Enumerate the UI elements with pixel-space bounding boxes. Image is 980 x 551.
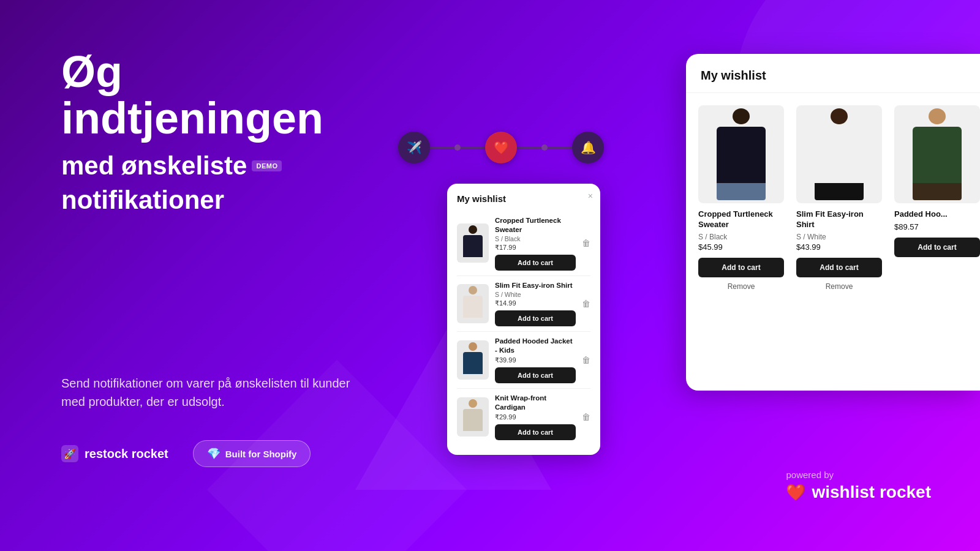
steps-row: ✈️ ❤️ 🔔	[398, 132, 604, 163]
widget-item-4: Knit Wrap-front Cardigan ₹29.99 Add to c…	[457, 389, 590, 445]
heart-brand-icon: ❤️	[786, 483, 805, 502]
widget-thumb-1	[457, 223, 489, 263]
widget-thumb-3	[457, 340, 489, 380]
widget-item-info-3: Padded Hooded Jacket - Kids ₹39.99 Add t…	[495, 337, 576, 383]
widget-item-2: Slim Fit Easy-iron Shirt S / White ₹14.9…	[457, 276, 590, 332]
step-send-icon: ✈️	[398, 132, 430, 163]
powered-by-section: powered by ❤️ wishlist rocket	[786, 470, 931, 502]
panel-title: My wishlist	[701, 69, 965, 83]
panel-product-name-1: Cropped Turtleneck Sweater	[698, 209, 784, 230]
widget-delete-4[interactable]: 🗑	[582, 412, 590, 422]
wishlist-rocket-name: wishlist rocket	[812, 482, 931, 502]
panel-person-2	[809, 108, 870, 200]
left-section: Øg indtjeningen med ønskeliste DEMO noti…	[61, 49, 404, 467]
panel-person-1	[710, 108, 772, 200]
panel-product-3: Padded Hoo... $89.57 Add to cart	[894, 105, 980, 291]
step-line-2	[517, 147, 572, 149]
panel-product-variant-1: S / Black	[698, 233, 784, 241]
step-line-1	[430, 147, 485, 149]
widget-add-btn-4[interactable]: Add to cart	[495, 424, 576, 440]
shopify-btn-label: Built for Shopify	[225, 449, 297, 459]
panel-products: Cropped Turtleneck Sweater S / Black $45…	[686, 93, 980, 291]
wishlist-panel: My wishlist Cropped Turtleneck Sweater S…	[686, 54, 980, 391]
step-heart-icon: ❤️	[485, 132, 517, 163]
panel-product-name-3: Padded Hoo...	[894, 209, 980, 220]
panel-product-1: Cropped Turtleneck Sweater S / Black $45…	[698, 105, 784, 291]
panel-header: My wishlist	[686, 54, 980, 93]
widget-add-btn-2[interactable]: Add to cart	[495, 310, 576, 326]
widget-item-variant-2: S / White	[495, 291, 576, 298]
demo-badge: DEMO	[252, 160, 282, 171]
widget-delete-3[interactable]: 🗑	[582, 355, 590, 365]
widget-thumb-2	[457, 284, 489, 323]
wishlist-widget: My wishlist × Cropped Turtleneck Sweater…	[447, 184, 600, 455]
widget-item-price-3: ₹39.99	[495, 356, 576, 364]
headline: Øg indtjeningen	[61, 49, 404, 141]
panel-product-price-1: $45.99	[698, 242, 784, 252]
person-figure-4	[461, 399, 485, 435]
shopify-button[interactable]: 💎 Built for Shopify	[193, 440, 311, 467]
person-figure-2	[461, 286, 485, 321]
widget-item-variant-1: S / Black	[495, 235, 576, 242]
headline-line1: Øg	[61, 47, 123, 96]
subheadline: med ønskeliste DEMO notifikationer	[61, 151, 404, 215]
person-figure-1	[461, 225, 485, 261]
brand-name: restock rocket	[85, 447, 168, 461]
widget-item-info-4: Knit Wrap-front Cardigan ₹29.99 Add to c…	[495, 394, 576, 440]
powered-label: powered by	[786, 470, 931, 480]
widget-item-name-1: Cropped Turtleneck Sweater	[495, 216, 576, 234]
widget-title: My wishlist	[457, 193, 590, 204]
panel-add-btn-1[interactable]: Add to cart	[698, 258, 784, 277]
widget-item-info-2: Slim Fit Easy-iron Shirt S / White ₹14.9…	[495, 281, 576, 326]
panel-product-2: Slim Fit Easy-iron Shirt S / White $43.9…	[796, 105, 882, 291]
person-figure-3	[461, 342, 485, 378]
panel-person-3	[907, 108, 968, 200]
widget-delete-1[interactable]: 🗑	[582, 238, 590, 248]
widget-thumb-4	[457, 397, 489, 437]
brand-logo: 🚀 restock rocket	[61, 445, 168, 462]
step-bell-icon: 🔔	[572, 132, 604, 163]
panel-product-variant-2: S / White	[796, 233, 882, 241]
widget-delete-2[interactable]: 🗑	[582, 299, 590, 309]
panel-add-btn-3[interactable]: Add to cart	[894, 238, 980, 257]
widget-close-button[interactable]: ×	[588, 191, 593, 201]
widget-item-price-2: ₹14.99	[495, 299, 576, 307]
panel-remove-link-2[interactable]: Remove	[796, 282, 882, 291]
widget-item-name-2: Slim Fit Easy-iron Shirt	[495, 281, 576, 290]
panel-product-img-1	[698, 105, 784, 203]
widget-add-btn-1[interactable]: Add to cart	[495, 255, 576, 271]
panel-remove-link-1[interactable]: Remove	[698, 282, 784, 291]
rocket-icon: 🚀	[61, 445, 78, 462]
widget-add-btn-3[interactable]: Add to cart	[495, 367, 576, 383]
widget-item-price-4: ₹29.99	[495, 413, 576, 421]
panel-product-price-2: $43.99	[796, 242, 882, 252]
panel-product-name-2: Slim Fit Easy-iron Shirt	[796, 209, 882, 230]
widget-item-name-3: Padded Hooded Jacket - Kids	[495, 337, 576, 355]
panel-add-btn-2[interactable]: Add to cart	[796, 258, 882, 277]
footer-row: 🚀 restock rocket 💎 Built for Shopify	[61, 440, 404, 467]
widget-item-info-1: Cropped Turtleneck Sweater S / Black ₹17…	[495, 216, 576, 271]
panel-product-img-2	[796, 105, 882, 203]
wishlist-rocket-brand: ❤️ wishlist rocket	[786, 482, 931, 502]
panel-product-price-3: $89.57	[894, 222, 980, 231]
widget-item: Cropped Turtleneck Sweater S / Black ₹17…	[457, 211, 590, 276]
gem-icon: 💎	[207, 447, 221, 460]
panel-product-img-3	[894, 105, 980, 203]
widget-item-3: Padded Hooded Jacket - Kids ₹39.99 Add t…	[457, 332, 590, 389]
subheadline-text1: med ønskeliste	[61, 151, 247, 181]
widget-item-name-4: Knit Wrap-front Cardigan	[495, 394, 576, 412]
subheadline-text2: notifikationer	[61, 186, 224, 215]
widget-item-price-1: ₹17.99	[495, 244, 576, 252]
headline-line2: indtjeningen	[61, 94, 323, 143]
description-text: Send notifikationer om varer på ønskelis…	[61, 374, 355, 411]
